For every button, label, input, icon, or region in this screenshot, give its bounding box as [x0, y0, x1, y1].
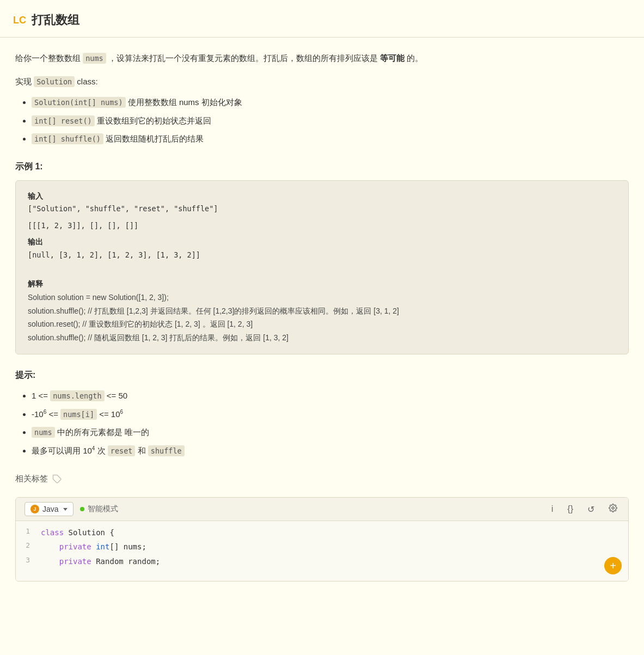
code-editor-body: 1 class Solution { 2 private int[] nums;… [16, 521, 628, 573]
hints-section: 提示: 1 <= nums.length <= 50 -106 <= nums[… [15, 370, 629, 457]
info-icon-btn[interactable]: i [549, 503, 556, 515]
list-item-reset: int[] reset() 重设数组到它的初始状态并返回 [32, 114, 629, 128]
bold-equally: 等可能 [380, 53, 404, 63]
nums-code-inline: nums [83, 53, 106, 64]
line-content-2: private int[] nums; [39, 541, 628, 553]
hint-item-3: nums 中的所有元素都是 唯一的 [32, 425, 629, 439]
code-line-3: 3 private Random random; [16, 554, 628, 568]
header-title: LC 打乱数组 [13, 12, 631, 28]
page-container: LC 打乱数组 给你一个整数数组 nums ，设算法来打乱一个没有重复元素的数组… [0, 0, 644, 595]
toolbar-left: J Java 智能模式 [24, 502, 118, 516]
editor-section: J Java 智能模式 i {} ↺ [15, 497, 629, 581]
chevron-down-icon [63, 508, 68, 511]
shuffle-code: int[] shuffle() [32, 133, 103, 144]
hint-code-reset: reset [108, 445, 136, 456]
problem-title: 打乱数组 [32, 12, 79, 28]
output-value: [null, [3, 1, 2], [1, 2, 3], [1, 3, 2]] [28, 249, 616, 261]
hint-code-2: nums[i] [60, 409, 97, 420]
editor-toolbar: J Java 智能模式 i {} ↺ [16, 498, 628, 521]
settings-icon-btn[interactable] [606, 503, 620, 516]
smart-mode-indicator: 智能模式 [80, 504, 118, 514]
hint-code-1: nums.length [50, 390, 104, 401]
tags-section: 相关标签 [15, 474, 629, 484]
reset-code: int[] reset() [32, 115, 95, 126]
explain-line-3: solution.reset(); // 重设数组到它的初始状态 [1, 2, … [28, 317, 616, 331]
example-title: 示例 1: [15, 161, 629, 173]
hint-code-shuffle: shuffle [148, 445, 185, 456]
tag-icon [52, 474, 62, 484]
line-num-2: 2 [16, 541, 39, 549]
lang-icon: J [30, 505, 39, 513]
line-content-1: class Solution { [39, 527, 628, 538]
hints-title: 提示: [15, 370, 629, 381]
description-text: 给你一个整数数组 nums ，设算法来打乱一个没有重复元素的数组。打乱后，数组的… [15, 51, 629, 65]
add-testcase-btn[interactable]: + [604, 557, 622, 574]
lc-badge: LC [13, 15, 26, 26]
constructor-code: Solution(int[] nums) [32, 97, 126, 108]
line-content-3: private Random random; [39, 555, 628, 567]
header: LC 打乱数组 [0, 0, 644, 38]
code-line-1: 1 class Solution { [16, 525, 628, 540]
code-editor[interactable]: 1 class Solution { 2 private int[] nums;… [16, 521, 628, 581]
input-value1: ["Solution", "shuffle", "reset", "shuffl… [28, 203, 616, 215]
format-icon-btn[interactable]: {} [565, 503, 575, 515]
explain-label: 解释 [28, 278, 616, 291]
input-label: 输入 [28, 191, 616, 203]
smart-mode-label: 智能模式 [88, 504, 118, 514]
implement-text: 实现 Solution class: [15, 74, 629, 89]
green-dot-icon [80, 507, 84, 511]
unique-bold: 唯一的 [125, 427, 149, 437]
explain-line-2: solution.shuffle(); // 打乱数组 [1,2,3] 并返回结… [28, 304, 616, 318]
hints-list: 1 <= nums.length <= 50 -106 <= nums[i] <… [15, 389, 629, 457]
code-line-2: 2 private int[] nums; [16, 540, 628, 554]
toolbar-right: i {} ↺ [549, 503, 620, 516]
output-label: 输出 [28, 236, 616, 249]
hint-item-1: 1 <= nums.length <= 50 [32, 389, 629, 403]
hint-item-2: -106 <= nums[i] <= 106 [32, 407, 629, 421]
method-list: Solution(int[] nums) 使用整数数组 nums 初始化对象 i… [15, 95, 629, 146]
content-area: 给你一个整数数组 nums ，设算法来打乱一个没有重复元素的数组。打乱后，数组的… [0, 38, 644, 595]
explain-line-1: Solution solution = new Solution([1, 2, … [28, 291, 616, 304]
reset-icon-btn[interactable]: ↺ [585, 503, 597, 516]
list-item-constructor: Solution(int[] nums) 使用整数数组 nums 初始化对象 [32, 95, 629, 109]
lang-label: Java [42, 505, 59, 513]
hint-code-3: nums [32, 427, 55, 438]
hint-item-4: 最多可以调用 104 次 reset 和 shuffle [32, 444, 629, 458]
lang-selector[interactable]: J Java [24, 502, 73, 516]
example-box: 输入 ["Solution", "shuffle", "reset", "shu… [15, 180, 629, 355]
explain-line-4: solution.shuffle(); // 随机返回数组 [1, 2, 3] … [28, 331, 616, 345]
solution-class-code: Solution [34, 76, 75, 87]
input-value2: [[[1, 2, 3]], [], [], []] [28, 219, 616, 232]
line-num-1: 1 [16, 527, 39, 535]
list-item-shuffle: int[] shuffle() 返回数组随机打乱后的结果 [32, 132, 629, 146]
tags-label: 相关标签 [15, 474, 48, 484]
line-num-3: 3 [16, 555, 39, 564]
svg-point-1 [612, 507, 614, 509]
